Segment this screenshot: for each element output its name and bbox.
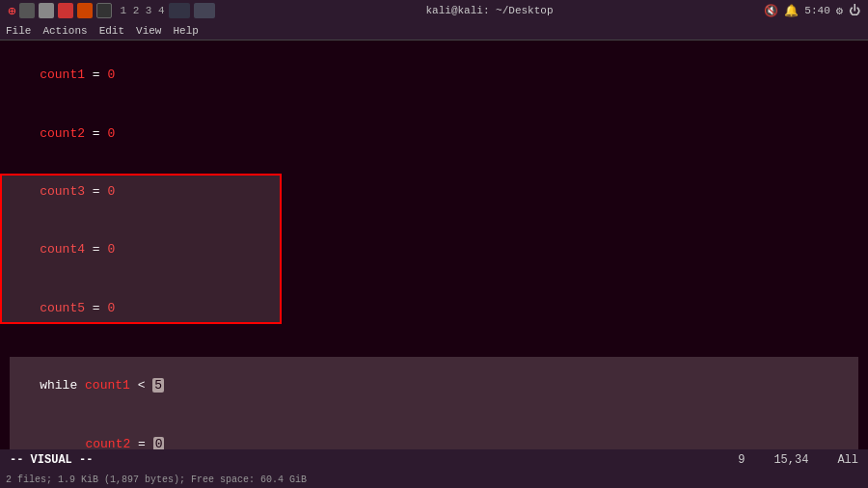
taskbar-app-1[interactable] (19, 3, 35, 18)
code-line-2: count2 = 0 (10, 104, 858, 162)
kali-logo: ⊕ (8, 3, 15, 19)
vim-mode: -- VISUAL -- (10, 453, 93, 467)
window-title: kali@kali: ~/Desktop (425, 5, 553, 16)
taskbar-app-3[interactable] (58, 3, 73, 18)
info-text: 2 files; 1.9 KiB (1,897 bytes); Free spa… (6, 474, 307, 485)
menu-file[interactable]: File (6, 25, 31, 37)
status-bar: -- VISUAL -- 9 15,34 All (0, 449, 868, 471)
taskbar-app-2[interactable] (39, 3, 54, 18)
code-line-5: count5 = 0 (10, 280, 858, 338)
tray-icon-4: ⏻ (849, 4, 860, 18)
code-line-4: count4 = 0 (10, 221, 858, 279)
code-line-1: count1 = 0 (10, 46, 858, 104)
taskbar-window-2[interactable] (194, 3, 215, 18)
taskbar-left: ⊕ 1 2 3 4 (8, 3, 215, 19)
code-line-7: while count1 < 5 (10, 357, 858, 415)
menu-actions[interactable]: Actions (42, 25, 87, 37)
workspace-numbers: 1 2 3 4 (120, 5, 164, 16)
status-line: 9 (738, 453, 745, 467)
system-taskbar: ⊕ 1 2 3 4 kali@kali: ~/Desktop 🔇 🔔 5:40 … (0, 0, 868, 21)
taskbar-window[interactable] (169, 3, 190, 18)
tray-icon-3: ⚙ (836, 4, 843, 18)
menu-view[interactable]: View (136, 25, 161, 37)
terminal-area: count1 = 0 count2 = 0 count3 = 0 count4 … (0, 41, 868, 449)
taskbar-app-4[interactable] (77, 3, 93, 18)
clock: 5:40 (804, 5, 829, 16)
menu-help[interactable]: Help (173, 25, 198, 37)
tray-icon-1: 🔇 (764, 4, 778, 18)
status-pos: All (837, 453, 858, 467)
code-line-3: count3 = 0 (10, 163, 858, 221)
menu-edit[interactable]: Edit (99, 25, 124, 37)
info-bar: 2 files; 1.9 KiB (1,897 bytes); Free spa… (0, 471, 868, 488)
system-tray: 🔇 🔔 5:40 ⚙ ⏻ (764, 4, 860, 18)
taskbar-app-5[interactable] (96, 3, 112, 18)
code-line-6 (10, 338, 858, 357)
code-line-8: count2 = 0 (10, 416, 858, 449)
status-right: 9 15,34 All (738, 453, 858, 467)
tray-icon-2: 🔔 (784, 4, 799, 18)
menu-bar: File Actions Edit View Help (0, 21, 868, 41)
status-col: 15,34 (773, 453, 808, 467)
